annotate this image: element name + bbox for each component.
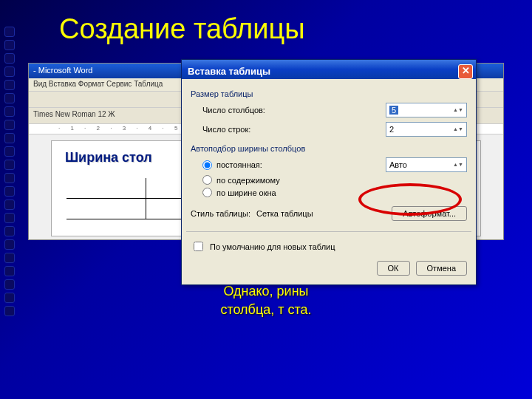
style-value: Сетка таблицы	[256, 209, 386, 218]
label-rows: Число строк:	[202, 125, 386, 134]
rows-spinner[interactable]: 2 ▲▼	[386, 122, 467, 137]
default-checkbox-row: По умолчанию для новых таблиц	[191, 239, 467, 253]
dialog-titlebar[interactable]: Вставка таблицы ✕	[182, 60, 476, 79]
radio-content-label: по содержимому	[216, 176, 280, 185]
radio-fixed-label: постоянная:	[216, 160, 381, 169]
dialog-body: Размер таблицы Число столбцов: 5 ▲▼ Числ…	[182, 79, 476, 284]
group-autofit-label: Автоподбор ширины столбцов	[191, 144, 467, 153]
default-checkbox[interactable]	[194, 242, 203, 251]
width-value: Авто	[389, 160, 407, 169]
autoformat-button[interactable]: Автоформат...	[392, 206, 467, 221]
radio-window-label: по ширине окна	[216, 188, 276, 197]
width-combo[interactable]: Авто ▲▼	[386, 157, 467, 172]
style-label: Стиль таблицы:	[191, 209, 250, 218]
rows-value: 2	[389, 125, 394, 134]
dialog-buttons: ОК Отмена	[191, 261, 467, 276]
decor-bullets	[4, 27, 15, 316]
insert-table-dialog: Вставка таблицы ✕ Размер таблицы Число с…	[181, 59, 477, 285]
radio-window-row: по ширине окна	[202, 188, 467, 197]
spinner-arrows-icon[interactable]: ▲▼	[453, 108, 463, 112]
radio-window[interactable]	[202, 188, 212, 197]
label-columns: Число столбцов:	[202, 106, 386, 115]
radio-fixed[interactable]	[202, 160, 212, 170]
style-row: Стиль таблицы: Сетка таблицы Автоформат.…	[191, 206, 467, 221]
dialog-title: Вставка таблицы	[188, 66, 270, 77]
close-icon[interactable]: ✕	[458, 64, 473, 79]
group-size-label: Размер таблицы	[191, 89, 467, 98]
spinner-arrows-icon[interactable]: ▲▼	[453, 163, 463, 167]
divider	[186, 231, 471, 232]
ok-button[interactable]: ОК	[377, 261, 410, 276]
slide-background: Создание таблицы - Microsoft Word Вид Вс…	[0, 0, 532, 399]
cancel-button[interactable]: Отмена	[416, 261, 467, 276]
radio-content[interactable]	[202, 175, 212, 185]
row-columns: Число столбцов: 5 ▲▼	[202, 103, 467, 117]
columns-spinner[interactable]: 5 ▲▼	[386, 103, 467, 117]
row-rows: Число строк: 2 ▲▼	[202, 122, 467, 137]
body-line-3: столбца, т ста.	[30, 301, 502, 318]
slide-title: Создание таблицы	[59, 13, 305, 45]
columns-value: 5	[389, 106, 398, 115]
default-checkbox-label: По умолчанию для новых таблиц	[210, 242, 335, 251]
radio-fixed-row: постоянная: Авто ▲▼	[202, 157, 467, 172]
radio-content-row: по содержимому	[202, 175, 467, 185]
spinner-arrows-icon[interactable]: ▲▼	[453, 127, 463, 132]
